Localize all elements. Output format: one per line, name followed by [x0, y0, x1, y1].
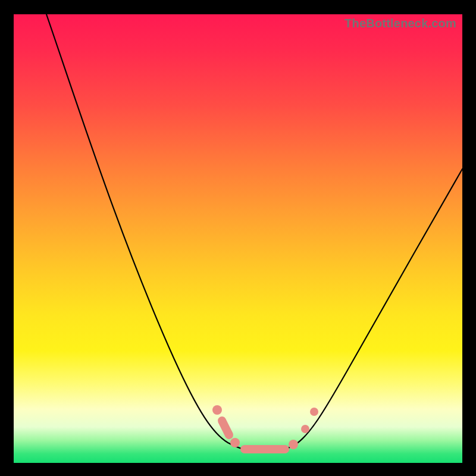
svg-point-4 [310, 408, 318, 416]
bottleneck-curve [14, 14, 462, 463]
chart-plot-area: TheBottleneck.com [14, 14, 462, 463]
svg-point-3 [301, 425, 309, 433]
svg-point-0 [212, 405, 222, 415]
svg-point-2 [289, 440, 298, 449]
chart-frame: TheBottleneck.com [0, 0, 476, 476]
curve-path [46, 14, 462, 452]
svg-point-1 [230, 438, 240, 447]
